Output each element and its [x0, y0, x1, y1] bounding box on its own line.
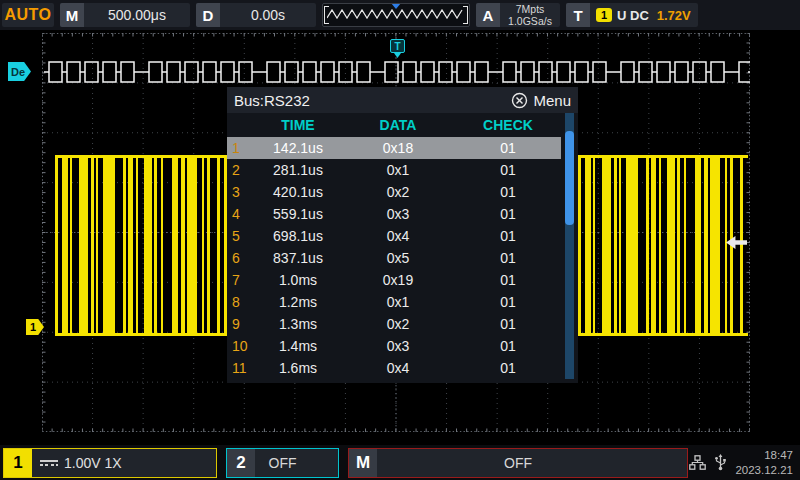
popup-menu-label[interactable]: Menu: [533, 92, 571, 109]
cell-time: 837.1us: [253, 250, 343, 266]
cell-time: 1.3ms: [253, 316, 343, 332]
table-row[interactable]: 111.6ms0x401: [227, 357, 578, 379]
table-row[interactable]: 1142.1us0x1801: [227, 137, 561, 159]
waveform-display-area: De T 1 Bus:RS232 Menu: [0, 30, 800, 445]
cell-time: 698.1us: [253, 228, 343, 244]
cell-idx: 5: [227, 228, 253, 244]
cell-check: 01: [453, 294, 563, 310]
acquisition-mode-label: AUTO: [4, 6, 51, 24]
channel1-probe: 1X: [104, 455, 121, 471]
usb-icon: [714, 454, 727, 471]
table-row[interactable]: 4559.1us0x301: [227, 203, 578, 225]
trigger-level-value: 1.72V: [657, 8, 691, 23]
trigger-coupling: U DC: [617, 8, 649, 23]
preview-left-bracket-icon: [324, 6, 329, 24]
memory-depth: 7Mpts: [500, 3, 560, 15]
table-row[interactable]: 3420.1us0x201: [227, 181, 578, 203]
delay-value: 0.00s: [220, 7, 316, 23]
cell-check: 01: [453, 316, 563, 332]
cell-data: 0x2: [343, 184, 453, 200]
cell-time: 1.6ms: [253, 360, 343, 376]
waveform-preview: [322, 3, 470, 27]
cell-data: 0x18: [343, 140, 453, 156]
channel2-badge: 2: [227, 449, 255, 477]
preview-right-bracket-icon: [463, 6, 468, 24]
trigger-source-badge: 1: [596, 8, 612, 22]
cell-data: 0x3: [343, 338, 453, 354]
acquisition-mode-indicator: AUTO: [2, 3, 54, 27]
channel2-status-box[interactable]: 2 OFF: [226, 448, 339, 478]
rs232-decode-popup: Bus:RS232 Menu TIME DATA CHECK 1142.1us0…: [227, 87, 578, 383]
cell-time: 1.2ms: [253, 294, 343, 310]
oscilloscope-screen: AUTO M 500.00μs D 0.00s A 7Mpts 1.0GSa/s: [0, 0, 800, 480]
cell-check: 01: [453, 184, 563, 200]
cell-data: 0x5: [343, 250, 453, 266]
popup-title-bar: Bus:RS232 Menu: [227, 87, 578, 113]
table-row[interactable]: 6837.1us0x501: [227, 247, 578, 269]
clock-date: 2023.12.21: [735, 463, 793, 477]
cell-time: 1.0ms: [253, 272, 343, 288]
cell-idx: 2: [227, 162, 253, 178]
cell-check: 01: [453, 360, 563, 376]
cell-check: 01: [453, 250, 563, 266]
table-row[interactable]: 71.0ms0x1901: [227, 269, 578, 291]
popup-title: Bus:RS232: [234, 92, 310, 109]
trigger-indicator: T 1 U DC 1.72V: [566, 3, 698, 27]
popup-scrollbar[interactable]: [565, 113, 574, 379]
lan-icon: [689, 455, 706, 470]
trigger-badge: T: [566, 3, 590, 27]
bottom-status-bar: 1 1.00V 1X 2 OFF M OFF: [0, 445, 800, 480]
table-row[interactable]: 101.4ms0x301: [227, 335, 578, 357]
timebase-value: 500.00μs: [84, 7, 190, 23]
cell-data: 0x1: [343, 162, 453, 178]
popup-menu-button[interactable]: Menu: [511, 92, 571, 109]
table-row[interactable]: 2281.1us0x101: [227, 159, 578, 181]
cell-data: 0x19: [343, 272, 453, 288]
cell-idx: 4: [227, 206, 253, 222]
math-badge: M: [349, 449, 377, 477]
cell-idx: 1: [227, 140, 253, 156]
cell-check: 01: [453, 206, 563, 222]
table-row[interactable]: 91.3ms0x201: [227, 313, 578, 335]
delay-indicator: D 0.00s: [196, 3, 316, 27]
cell-check: 01: [453, 272, 563, 288]
cell-data: 0x4: [343, 228, 453, 244]
cell-idx: 11: [227, 360, 253, 376]
top-status-bar: AUTO M 500.00μs D 0.00s A 7Mpts 1.0GSa/s: [0, 0, 800, 30]
cell-idx: 7: [227, 272, 253, 288]
cell-data: 0x1: [343, 294, 453, 310]
popup-scrollbar-thumb[interactable]: [565, 131, 574, 225]
cell-check: 01: [453, 162, 563, 178]
cell-idx: 10: [227, 338, 253, 354]
dc-coupling-icon: [40, 460, 58, 469]
close-circle-icon[interactable]: [511, 92, 528, 109]
header-check-col: CHECK: [453, 117, 563, 133]
cell-time: 142.1us: [253, 140, 343, 156]
acquire-info: 7Mpts 1.0GSa/s: [500, 3, 560, 27]
decode-table-header: TIME DATA CHECK: [227, 113, 578, 137]
decode-bus-marker-icon[interactable]: De: [8, 62, 31, 81]
table-row[interactable]: 5698.1us0x401: [227, 225, 578, 247]
acquire-indicator: A 7Mpts 1.0GSa/s: [476, 3, 560, 27]
cell-data: 0x2: [343, 316, 453, 332]
channel1-status-box[interactable]: 1 1.00V 1X: [3, 448, 217, 478]
cell-time: 281.1us: [253, 162, 343, 178]
cell-idx: 6: [227, 250, 253, 266]
trigger-flag-icon[interactable]: T: [390, 39, 405, 53]
channel2-status: OFF: [255, 455, 310, 471]
timebase-badge: M: [60, 3, 84, 27]
cell-idx: 8: [227, 294, 253, 310]
math-status-box[interactable]: M OFF: [348, 448, 688, 478]
sample-rate: 1.0GSa/s: [500, 15, 560, 27]
header-time-col: TIME: [253, 117, 343, 133]
channel1-badge: 1: [4, 449, 32, 477]
clock-display: 18:47 2023.12.21: [735, 448, 793, 477]
table-row[interactable]: 81.2ms0x101: [227, 291, 578, 313]
timebase-indicator: M 500.00μs: [60, 3, 190, 27]
acquire-badge: A: [476, 3, 500, 27]
header-data-col: DATA: [343, 117, 453, 133]
cell-data: 0x3: [343, 206, 453, 222]
math-status: OFF: [377, 455, 659, 471]
clock-time: 18:47: [735, 448, 793, 462]
delay-badge: D: [196, 3, 220, 27]
